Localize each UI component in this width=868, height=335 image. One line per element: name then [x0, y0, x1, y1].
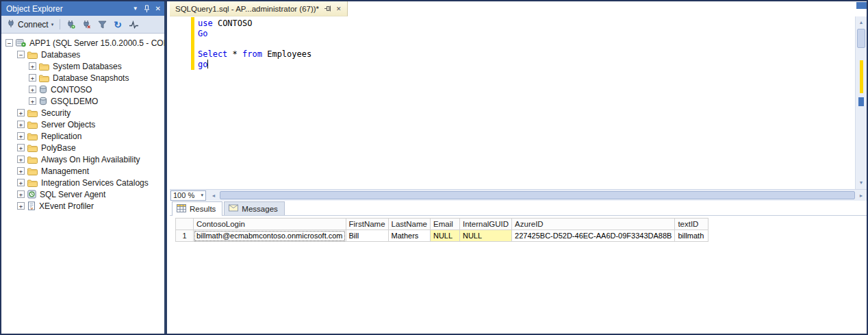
tree-item-security[interactable]: +Security [1, 107, 164, 119]
chevron-down-icon: ▾ [201, 193, 203, 198]
column-header-internalguid[interactable]: InternalGUID [459, 219, 511, 230]
expand-icon[interactable]: + [17, 109, 25, 116]
zoom-control[interactable]: 100 % ▾ [170, 190, 206, 201]
grid-cell[interactable]: Bill [346, 230, 388, 242]
code-line[interactable]: go [198, 60, 853, 70]
scroll-up-icon[interactable]: ▲ [856, 17, 867, 28]
grid-cell[interactable]: billmath [675, 230, 709, 242]
tree-item-label: CONTOSO [51, 85, 92, 95]
tree-item-replication[interactable]: +Replication [1, 130, 164, 142]
object-explorer-header[interactable]: Object Explorer ▼ ✕ [1, 1, 164, 16]
tree-item-integration-services-catalogs[interactable]: +Integration Services Catalogs [1, 177, 164, 188]
tree-item-sql-server-agent[interactable]: +SQL Server Agent [1, 188, 164, 200]
window-menu-icon[interactable]: ▼ [133, 6, 138, 12]
close-icon[interactable]: ✕ [155, 5, 161, 12]
database-icon [39, 85, 47, 94]
tree-item-xevent-profiler[interactable]: +XEvent Profiler [1, 200, 164, 212]
zoom-value: 100 % [173, 191, 194, 199]
results-tab-label: Messages [242, 205, 277, 213]
tree-item-always-on-high-availability[interactable]: +Always On High Availability [1, 153, 164, 165]
folder-icon [27, 179, 38, 187]
column-header-firstname[interactable]: FirstName [346, 219, 388, 230]
document-area: SQLQuery1.sql - AP...administrator (67))… [170, 1, 867, 334]
tree-item-label: Server Objects [41, 120, 95, 129]
tab-pin-icon[interactable] [324, 5, 331, 12]
editor-vscrollbar[interactable]: ▲ ▼ [855, 16, 867, 189]
grid-tbody: 1billmath@ecmabmcontoso.onmicrosoft.comB… [176, 230, 709, 242]
grid-cell[interactable]: 227425BC-D52D-46EC-AA6D-09F3343DA88B [512, 230, 675, 242]
expand-icon[interactable]: + [17, 156, 25, 163]
grid-cell[interactable]: billmath@ecmabmcontoso.onmicrosoft.com [194, 230, 346, 242]
refresh-button[interactable]: ↻ [112, 18, 124, 31]
column-header-textid[interactable]: textID [675, 219, 709, 230]
expand-icon[interactable]: + [17, 202, 25, 210]
vscroll-thumb[interactable] [857, 29, 865, 48]
expand-icon[interactable]: + [29, 74, 36, 82]
scroll-left-icon[interactable]: ◄ [208, 193, 219, 198]
ssms-window: Object Explorer ▼ ✕ Connect ▾ ↻ −APP1 (S… [0, 0, 868, 335]
expand-icon[interactable]: + [17, 190, 25, 198]
column-header-azureid[interactable]: AzureID [512, 219, 675, 230]
disconnect-button[interactable] [80, 18, 93, 30]
tree-item-label: SQL Server Agent [40, 190, 105, 199]
scroll-down-icon[interactable]: ▼ [856, 177, 867, 188]
agent-icon [27, 190, 36, 199]
collapse-icon[interactable]: − [17, 51, 25, 58]
tree-item-server-objects[interactable]: +Server Objects [1, 119, 164, 130]
sql-editor[interactable]: use CONTOSOGo Select * from Employeesgo … [170, 16, 867, 189]
tree-item-database-snapshots[interactable]: +Database Snapshots [1, 72, 164, 84]
tree-item-gsqldemo[interactable]: +GSQLDEMO [1, 95, 164, 107]
scroll-right-icon[interactable]: ► [856, 193, 867, 198]
column-header-email[interactable]: Email [430, 219, 459, 230]
code-line[interactable]: use CONTOSO [198, 18, 853, 29]
server-icon [16, 38, 26, 47]
track-changes-indicator [191, 17, 194, 70]
grid-corner-header[interactable] [176, 219, 194, 230]
connect-object-button[interactable] [64, 18, 77, 30]
results-tab-results[interactable]: Results [172, 201, 222, 216]
grid-header-row: ContosoLoginFirstNameLastNameEmailIntern… [176, 219, 709, 230]
collapse-icon[interactable]: − [5, 39, 13, 47]
expand-icon[interactable]: + [29, 86, 36, 93]
activity-monitor-button[interactable] [127, 19, 141, 30]
tree-item-databases[interactable]: −Databases [1, 49, 164, 60]
tree-item-label: System Databases [53, 62, 122, 71]
tab-close-icon[interactable]: ✕ [336, 5, 342, 12]
grid-cell[interactable]: NULL [430, 230, 459, 242]
expand-icon[interactable]: + [17, 121, 25, 128]
xevent-icon [27, 201, 36, 210]
column-header-lastname[interactable]: LastName [388, 219, 430, 230]
tree-item-contoso[interactable]: +CONTOSO [1, 84, 164, 95]
expand-icon[interactable]: + [29, 62, 36, 70]
grid-cell[interactable]: NULL [459, 230, 511, 242]
expand-icon[interactable]: + [17, 179, 25, 186]
connect-button[interactable]: Connect ▾ [5, 18, 55, 32]
row-header[interactable]: 1 [176, 230, 194, 242]
editor-bottom-bar: 100 % ▾ ◄ ► [170, 189, 867, 201]
expand-icon[interactable]: + [17, 144, 25, 151]
expand-icon[interactable]: + [17, 132, 25, 140]
tree-item-app1-sql-server-15-0-2000-5-conto[interactable]: −APP1 (SQL Server 15.0.2000.5 - CONTO [1, 37, 164, 49]
code-line[interactable]: Select * from Employees [198, 49, 853, 60]
folder-icon [27, 121, 38, 129]
results-tab-messages[interactable]: Messages [224, 201, 284, 215]
tree-item-polybase[interactable]: +PolyBase [1, 142, 164, 153]
tree-item-system-databases[interactable]: +System Databases [1, 60, 164, 72]
results-pane: ResultsMessages ContosoLoginFirstNameLas… [170, 201, 867, 334]
code-line[interactable] [198, 39, 853, 49]
tab-list-button[interactable] [856, 2, 867, 9]
column-header-contosologin[interactable]: ContosoLogin [194, 219, 346, 230]
hscroll-thumb[interactable] [220, 191, 855, 199]
filter-button[interactable] [96, 19, 109, 30]
expand-icon[interactable]: + [17, 167, 25, 175]
results-tab-label: Results [190, 205, 216, 213]
expand-icon[interactable]: + [29, 97, 36, 105]
document-tab[interactable]: SQLQuery1.sql - AP...administrator (67))… [170, 1, 348, 16]
code-area[interactable]: use CONTOSOGo Select * from Employeesgo [198, 18, 853, 70]
code-line[interactable]: Go [198, 29, 853, 39]
tree-item-management[interactable]: +Management [1, 165, 164, 177]
pin-icon[interactable] [144, 5, 150, 13]
editor-hscrollbar[interactable] [219, 190, 856, 201]
grid-cell[interactable]: Mathers [388, 230, 430, 242]
document-tab-title: SQLQuery1.sql - AP...administrator (67))… [175, 5, 319, 13]
